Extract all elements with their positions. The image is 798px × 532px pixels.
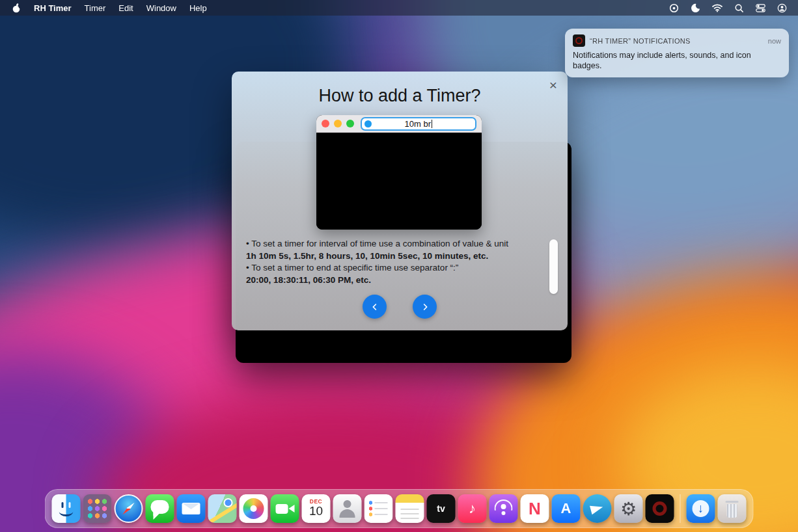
dock-icon-downloads[interactable]: ↓ xyxy=(687,494,715,523)
prev-button[interactable] xyxy=(363,295,387,319)
dialog-scrollbar-thumb[interactable] xyxy=(549,239,558,294)
dock-icon-maps[interactable] xyxy=(208,494,237,523)
instruction-line: • To set a timer for interval of time us… xyxy=(246,238,555,250)
notification-time: now xyxy=(768,37,781,45)
dock-icon-rh-timer[interactable] xyxy=(646,494,674,523)
appstore-glyph: A xyxy=(552,494,581,523)
menu-bar-left: RH Timer Timer Edit Window Help xyxy=(5,0,213,16)
dock-icon-calendar[interactable]: DEC10 xyxy=(302,494,331,523)
dock-icon-news[interactable]: N xyxy=(521,494,549,523)
dock-icon-finder[interactable] xyxy=(52,494,81,523)
menu-bar-status xyxy=(663,0,793,16)
wifi-icon[interactable] xyxy=(706,0,728,16)
downloads-glyph: ↓ xyxy=(687,494,715,523)
dock-icon-system-preferences[interactable]: ⚙ xyxy=(614,494,643,523)
news-glyph: N xyxy=(521,494,549,523)
menu-timer[interactable]: Timer xyxy=(78,0,113,16)
app-menu-rh-timer[interactable]: RH Timer xyxy=(27,0,78,16)
search-icon[interactable] xyxy=(728,0,750,16)
traffic-light-close-icon xyxy=(322,120,329,127)
instruction-examples: 20:00, 18:30:11, 06:30 PM, etc. xyxy=(246,274,555,287)
traffic-light-zoom-icon xyxy=(346,120,354,127)
instruction-line: • To set a timer to end at specific time… xyxy=(246,262,555,274)
notification-banner[interactable]: “RH TIMER” NOTIFICATIONS now Notificatio… xyxy=(565,29,789,77)
dock-icon-photos[interactable] xyxy=(240,494,268,523)
notification-title: “RH TIMER” NOTIFICATIONS xyxy=(590,37,768,45)
dock-icon-mail[interactable] xyxy=(177,494,206,523)
dock-icon-trash[interactable] xyxy=(718,494,747,523)
system-preferences-glyph: ⚙ xyxy=(614,494,643,523)
dock: DEC10tv♪NA⚙↓ xyxy=(45,489,754,528)
text-caret xyxy=(432,120,433,128)
desktop: RH Timer Timer Edit Window Help xyxy=(0,0,798,532)
chevron-left-icon xyxy=(370,302,380,312)
timer-dot-icon xyxy=(365,120,372,127)
dock-icon-appletv[interactable]: tv xyxy=(427,494,456,523)
apple-menu[interactable] xyxy=(5,0,27,16)
demo-timer-input: 10m br xyxy=(361,117,476,131)
user-account-icon[interactable] xyxy=(771,0,793,16)
appletv-glyph: tv xyxy=(427,494,456,523)
music-glyph: ♪ xyxy=(458,494,487,523)
menu-window[interactable]: Window xyxy=(140,0,183,16)
dock-icon-music[interactable]: ♪ xyxy=(458,494,487,523)
dock-icon-launchpad[interactable] xyxy=(83,494,112,523)
timer-menu-icon[interactable] xyxy=(663,0,685,16)
dock-icon-telegram[interactable] xyxy=(583,494,612,523)
notification-body: Notifications may include alerts, sounds… xyxy=(573,50,781,71)
traffic-light-minimize-icon xyxy=(334,120,342,127)
next-button[interactable] xyxy=(413,295,437,319)
control-center-icon[interactable] xyxy=(750,0,771,16)
dock-icon-facetime[interactable] xyxy=(271,494,299,523)
dock-icon-reminders[interactable] xyxy=(365,494,393,523)
demo-window-body xyxy=(316,133,482,230)
demo-window: 10m br xyxy=(316,115,482,230)
instruction-examples: 1h 10m 5s, 1.5hr, 8 hours, 10, 10min 5se… xyxy=(246,250,555,263)
menu-edit[interactable]: Edit xyxy=(112,0,139,16)
do-not-disturb-icon[interactable] xyxy=(685,0,706,16)
calendar-day: 10 xyxy=(309,505,323,518)
dock-icon-notes[interactable] xyxy=(396,494,424,523)
apple-icon xyxy=(12,3,21,13)
rh-timer-app-icon xyxy=(573,34,585,47)
demo-titlebar: 10m br xyxy=(316,115,482,133)
menu-help[interactable]: Help xyxy=(183,0,213,16)
dock-icon-messages[interactable] xyxy=(146,494,174,523)
dialog-nav xyxy=(232,295,568,319)
dialog-title: How to add a Timer? xyxy=(232,86,568,106)
dock-icon-appstore[interactable]: A xyxy=(552,494,581,523)
menu-bar: RH Timer Timer Edit Window Help xyxy=(0,0,798,16)
how-to-add-timer-dialog: × How to add a Timer? 10m br • To set a … xyxy=(232,72,568,330)
dock-icon-contacts[interactable] xyxy=(333,494,362,523)
chevron-right-icon xyxy=(420,302,430,312)
dialog-instructions: • To set a timer for interval of time us… xyxy=(246,238,555,286)
dock-divider xyxy=(680,494,681,523)
notification-header: “RH TIMER” NOTIFICATIONS now xyxy=(573,34,781,47)
dock-icon-podcasts[interactable] xyxy=(489,494,518,523)
dock-icon-safari[interactable] xyxy=(115,494,143,523)
demo-input-value: 10m br xyxy=(405,119,431,129)
